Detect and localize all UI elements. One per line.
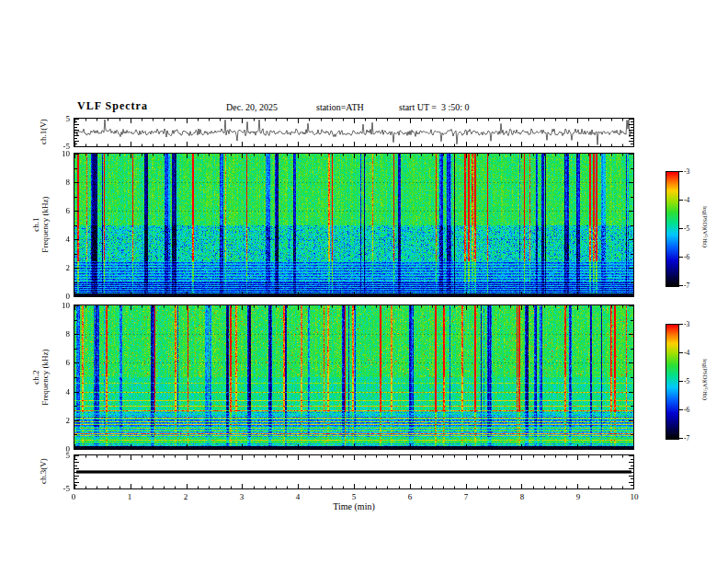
- time-axis-tick: 1: [119, 492, 140, 501]
- time-axis-tick: 10: [624, 492, 644, 501]
- ch1-waveform-ytick: 5: [46, 114, 70, 123]
- ch1-spectrogram-ytick: 8: [46, 178, 70, 187]
- time-axis-label: Time (min): [74, 501, 634, 511]
- ch1-waveform-canvas: [74, 119, 633, 146]
- colorbar-ch2-label: log(PSD)(V²/Hz): [702, 339, 709, 421]
- ch3-waveform-panel: [74, 454, 634, 489]
- time-axis-tick: 3: [232, 492, 252, 501]
- ch2-spectrogram-ytick: 2: [46, 416, 70, 425]
- ch2-spectrogram-ytick: 0: [46, 444, 70, 454]
- colorbar-tick-mark: [679, 257, 683, 258]
- station-label: station=ATH: [316, 102, 364, 112]
- ch2-spectrogram-ytick: 10: [46, 301, 70, 310]
- colorbar-tick-label: -6: [684, 253, 702, 261]
- time-axis-tick: 7: [456, 492, 476, 501]
- colorbar-tick-label: -3: [684, 320, 702, 328]
- colorbar-tick-label: -4: [684, 349, 702, 357]
- time-axis-tick: 4: [288, 492, 308, 501]
- colorbar-tick-mark: [679, 324, 683, 325]
- ch2-spectrogram-ytick: 8: [46, 329, 70, 339]
- colorbar-tick-mark: [679, 381, 683, 382]
- colorbar-tick-mark: [679, 228, 683, 229]
- ch3-waveform-canvas: [74, 455, 633, 488]
- ch2-spectrogram-ytick: 6: [46, 358, 70, 367]
- colorbar-tick-label: -4: [684, 196, 702, 204]
- time-axis-tick: 8: [512, 492, 532, 501]
- colorbar-tick-label: -6: [684, 406, 702, 414]
- start-ut-label: start UT = 3 :50: 0: [399, 102, 470, 112]
- date-label: Dec. 20, 2025: [226, 102, 278, 112]
- time-axis-tick: 9: [568, 492, 588, 501]
- vlf-spectra-figure: VLF Spectra Dec. 20, 2025 station=ATH st…: [0, 0, 728, 563]
- colorbar-tick-mark: [679, 171, 683, 172]
- colorbar-tick-mark: [679, 352, 683, 353]
- ch1-spectrogram-ytick: 2: [46, 263, 70, 272]
- colorbar-tick-label: -7: [684, 282, 702, 290]
- colorbar-tick-mark: [679, 200, 683, 201]
- ch1-spectrogram-canvas: [74, 154, 633, 296]
- ch1-spectrogram-panel: [74, 153, 634, 297]
- ch1-spectrogram-ytick: 6: [46, 206, 70, 215]
- ch2-spectrogram-panel: [74, 304, 634, 450]
- colorbar-tick-mark: [679, 285, 683, 286]
- colorbar-tick-mark: [679, 409, 683, 410]
- colorbar-ch1-canvas: [666, 172, 678, 286]
- colorbar-tick-label: -5: [684, 224, 702, 233]
- ch1-spectrogram-ytick: 0: [46, 292, 70, 301]
- colorbar-ch2: [665, 324, 679, 440]
- colorbar-tick-mark: [679, 438, 683, 439]
- colorbar-ch2-canvas: [666, 325, 678, 439]
- ch1-spectrogram-ytick: 10: [46, 149, 70, 158]
- ch3-voltage-axis-text: ch.3(V): [39, 458, 48, 484]
- colorbar-ch1-label: log(PSD)(V²/Hz): [702, 186, 709, 269]
- ch1-spectrogram-ylabel-channel: ch.1: [31, 160, 40, 289]
- ch1-waveform-panel: [74, 118, 634, 147]
- ch1-spectrogram-ytick: 4: [46, 235, 70, 244]
- colorbar-tick-label: -7: [684, 434, 702, 442]
- colorbar-ch1: [665, 171, 679, 287]
- time-axis-tick: 2: [176, 492, 196, 501]
- figure-title: VLF Spectra: [77, 99, 148, 113]
- time-axis-tick: 5: [344, 492, 364, 501]
- time-axis-tick: 6: [400, 492, 420, 501]
- time-axis-tick: 0: [63, 492, 84, 501]
- ch2-spectrogram-canvas: [74, 305, 633, 449]
- ch3-voltage-axis-label: ch.3(V): [39, 407, 48, 535]
- colorbar-tick-label: -5: [684, 377, 702, 385]
- ch2-spectrogram-ytick: 4: [46, 387, 70, 396]
- colorbar-tick-label: -3: [684, 167, 702, 176]
